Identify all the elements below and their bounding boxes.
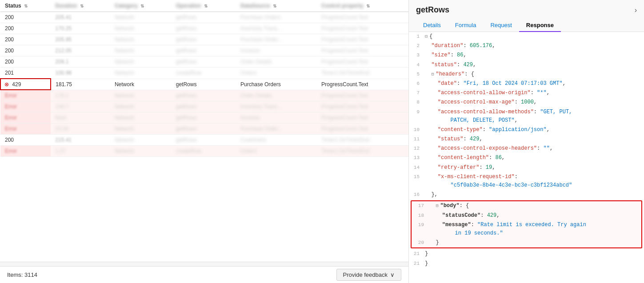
code-line: 20 } (412, 238, 641, 247)
horizontal-scrollbar[interactable] (0, 262, 408, 266)
status-value: 200 (0, 12, 51, 23)
code-line: 1⊟{ (409, 32, 644, 41)
tab-request[interactable]: Request (483, 19, 519, 32)
line-content: "date": "Fri, 18 Oct 2024 07:17:03 GMT", (425, 80, 644, 88)
table-row[interactable]: ErrorNextNetworkgetRowsInvoicesProgressC… (0, 112, 408, 124)
table-row[interactable]: 200205.95NetworkgetRowsPurchase Order...… (0, 34, 408, 45)
status-cell: Error (0, 124, 51, 135)
fold-icon[interactable]: ⊟ (431, 72, 434, 77)
table-row[interactable]: Error178.1NetworkgetRowsOrder DetailsPro… (0, 90, 408, 101)
status-value: 200 (0, 135, 51, 146)
datasource-cell: Inventory Trans... (236, 101, 317, 112)
duration-cell: 25.04 (51, 124, 110, 135)
status-value: 200 (0, 45, 51, 56)
items-count: Items: 3114 (7, 271, 37, 278)
control-cell: ProgressCount.Text (317, 12, 408, 23)
table-row[interactable]: 201100.98NetworkcreateRowOrdersTimer1.On… (0, 68, 408, 79)
sort-icon-status: ⇅ (24, 4, 28, 8)
line-number: 2 (409, 42, 425, 50)
col-status[interactable]: Status ⇅ (0, 0, 51, 12)
line-content: "content-length": 86, (425, 154, 644, 162)
status-value: Error (5, 92, 17, 99)
table-container[interactable]: Status ⇅ Duration ⇅ Category ⇅ Operation… (0, 0, 408, 262)
tab-details[interactable]: Details (416, 19, 448, 32)
tab-response[interactable]: Response (519, 19, 561, 32)
category-cell: Network (110, 124, 172, 135)
status-value: Error (5, 115, 17, 121)
response-content[interactable]: 1⊟{2 "duration": 605.176,3 "size": 86,4 … (409, 32, 644, 283)
operation-cell: getRows (172, 101, 236, 112)
control-cell: Timer1.OnTimerEnd (317, 135, 408, 146)
duration-cell: 149.7 (51, 101, 110, 112)
line-number: 16 (409, 191, 425, 199)
status-value: 200 (0, 23, 51, 34)
tab-formula[interactable]: Formula (448, 19, 484, 32)
sort-icon-category: ⇅ (140, 4, 144, 8)
col-category[interactable]: Category ⇅ (110, 0, 172, 12)
table-row[interactable]: Error25.04NetworkgetRowsPurchase Order..… (0, 124, 408, 135)
code-line: 12 "access-control-expose-headers": "", (409, 144, 644, 153)
line-content: "statusCode": 429, (429, 211, 640, 220)
status-value: 429 (12, 81, 21, 88)
code-line: 6 "date": "Fri, 18 Oct 2024 07:17:03 GMT… (409, 79, 644, 88)
table-row[interactable]: 200170.25NetworkgetRowsInventory Trans..… (0, 23, 408, 34)
left-panel: Status ⇅ Duration ⇅ Category ⇅ Operation… (0, 0, 409, 283)
code-line: 9 "access-control-allow-methods": "GET, … (409, 108, 644, 125)
duration-cell: 170.25 (51, 23, 110, 34)
code-line: 15 "x-ms-client-request-id": "c5f0ab3e-8… (409, 172, 644, 190)
datasource-cell: Invoices (236, 45, 317, 56)
table-row[interactable]: 200212.05NetworkgetRowsInvoicesProgressC… (0, 45, 408, 56)
operation-cell: getRows (172, 135, 236, 146)
col-operation[interactable]: Operation ⇅ (172, 0, 236, 12)
feedback-button[interactable]: Provide feedback ∨ (336, 269, 401, 281)
line-number: 14 (409, 163, 425, 172)
code-line: 14 "retry-after": 19, (409, 163, 644, 172)
table-row[interactable]: Error149.7NetworkgetRowsInventory Trans.… (0, 101, 408, 112)
status-cell: Error (0, 101, 51, 112)
control-cell: ProgressCount.Text (317, 56, 408, 68)
line-content: ⊟{ (425, 32, 644, 41)
status-value: 200 (0, 34, 51, 45)
category-cell: Network (110, 135, 172, 146)
operation-cell: getRows (172, 124, 236, 135)
duration-cell: 181.75 (51, 79, 110, 90)
line-number: 19 (413, 221, 429, 229)
category-cell: Network (110, 146, 172, 157)
line-number: 7 (409, 89, 425, 97)
category-cell: Network (110, 56, 172, 68)
line-number: 15 (409, 173, 425, 181)
right-panel: getRows › Details Formula Request Respon… (409, 0, 644, 283)
line-number: 5 (409, 70, 425, 79)
col-datasource[interactable]: DataSource ⇅ (236, 0, 317, 12)
duration-cell: 205.95 (51, 34, 110, 45)
code-line: 18 "statusCode": 429, (412, 211, 641, 220)
table-row[interactable]: 200205.41NetworkgetRowsPurchase OrdersPr… (0, 12, 408, 23)
panel-title: getRows (416, 5, 449, 15)
control-cell: ProgressCount.Text (317, 90, 408, 101)
datasource-cell: Order Details (236, 90, 317, 101)
table-row[interactable]: Error1.07NetworkcreateRowOrdersTimer1.On… (0, 146, 408, 157)
col-duration[interactable]: Duration ⇅ (51, 0, 110, 12)
category-cell: Network (110, 23, 172, 34)
sort-icon-control: ⇅ (366, 4, 370, 8)
fold-icon[interactable]: ⊟ (425, 34, 428, 39)
duration-cell: 215.41 (51, 135, 110, 146)
table-row[interactable]: 200209.1NetworkgetRowsOrder DetailsProgr… (0, 56, 408, 68)
line-content: ⊟"headers": { (425, 70, 644, 79)
footer-bar: Items: 3114 Provide feedback ∨ (0, 266, 408, 283)
table-row[interactable]: ⊗ 429181.75NetworkgetRowsPurchase Orders… (0, 79, 408, 90)
category-cell: Network (110, 112, 172, 124)
table-row[interactable]: 200215.41NetworkgetRowsCustomersTimer1.O… (0, 135, 408, 146)
category-cell: Network (110, 79, 172, 90)
panel-close-icon[interactable]: › (635, 6, 637, 14)
datasource-cell: Orders (236, 68, 317, 79)
line-content: "status": 429, (425, 135, 644, 143)
col-control[interactable]: Control property ⇅ (317, 0, 408, 12)
code-line: 16 }, (409, 190, 644, 199)
status-cell: ⊗ 429 (0, 79, 51, 90)
datasource-cell: Customers (236, 135, 317, 146)
main-container: Status ⇅ Duration ⇅ Category ⇅ Operation… (0, 0, 644, 283)
fold-icon[interactable]: ⊟ (436, 203, 438, 208)
line-number: 8 (409, 98, 425, 107)
code-line: 7 "access-control-allow-origin": "*", (409, 88, 644, 98)
